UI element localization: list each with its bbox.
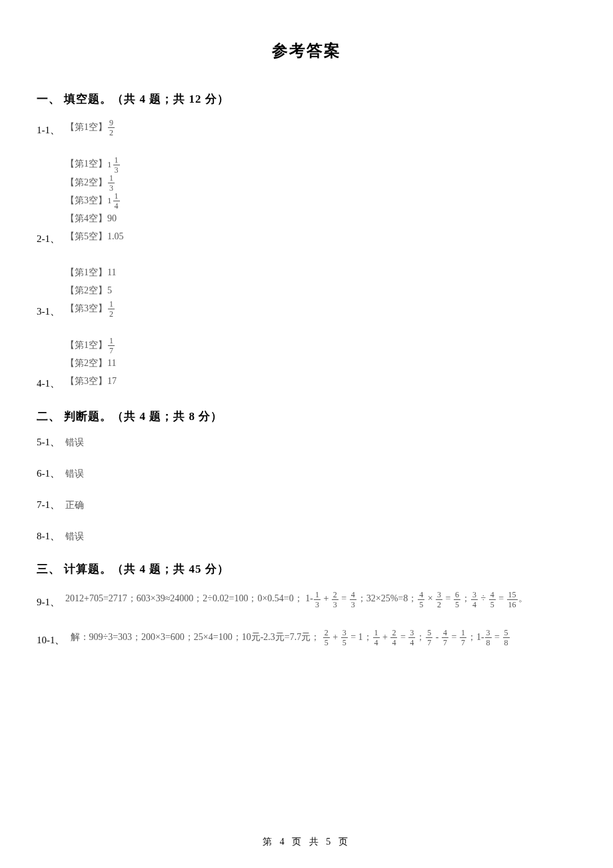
page-body: 参考答案 一、 填空题。（共 4 题；共 12 分） 1-1、 【第1空】92 … xyxy=(0,0,613,647)
answer-1-1: 1-1、 【第1空】92 xyxy=(37,119,576,137)
blank-label: 【第1空】 xyxy=(65,122,107,132)
answer-number: 4-1、 xyxy=(37,377,60,390)
blank-label: 【第1空】 xyxy=(65,159,107,169)
blank-label: 【第1空】 xyxy=(65,340,107,350)
page-footer: 第 4 页 共 5 页 xyxy=(0,836,613,848)
blank-label: 【第3空】 xyxy=(65,303,107,313)
answer-number: 5-1、 xyxy=(37,436,60,449)
mixed-number: 113 xyxy=(107,156,121,174)
answer-2-1: 2-1、 【第1空】113 【第2空】13 【第3空】114 【第4空】90 【… xyxy=(37,155,576,245)
answer-number: 10-1、 xyxy=(37,634,65,647)
answer-content: 错误 xyxy=(65,468,84,480)
blank-line: 【第4空】90 xyxy=(65,210,124,228)
section-heading-2: 二、 判断题。（共 4 题；共 8 分） xyxy=(37,409,576,424)
section-heading-1: 一、 填空题。（共 4 题；共 12 分） xyxy=(37,91,576,107)
answer-7-1: 7-1、 正确 xyxy=(37,499,576,511)
answer-number: 7-1、 xyxy=(37,499,60,511)
calc-line: 2012+705=2717；603×39≈24000；2÷0.02=100；0×… xyxy=(65,593,303,603)
blank-label: 【第3空】 xyxy=(65,195,107,205)
blank-line: 【第1空】11 xyxy=(65,264,116,282)
answer-number: 1-1、 xyxy=(37,124,60,137)
blank-line: 【第2空】11 xyxy=(65,355,117,373)
answer-5-1: 5-1、 错误 xyxy=(37,436,576,449)
fraction: 92 xyxy=(108,119,115,137)
answer-content: 【第1空】113 【第2空】13 【第3空】114 【第4空】90 【第5空】1… xyxy=(65,155,124,245)
answer-number: 2-1、 xyxy=(37,233,60,245)
answer-4-1: 4-1、 【第1空】17 【第2空】11 【第3空】17 xyxy=(37,337,576,390)
answer-8-1: 8-1、 错误 xyxy=(37,530,576,543)
section-heading-3: 三、 计算题。（共 4 题；共 45 分） xyxy=(37,561,576,577)
answer-content: 正确 xyxy=(65,499,84,511)
calc-line: 1-13 + 23 = 43；32×25%=8；45 × 32 = 65；34 … xyxy=(305,593,527,603)
answer-10-1: 10-1、 解：909÷3=303；200×3=600；25×4=100；10元… xyxy=(37,627,576,647)
calc-line: 25 + 35 = 1；14 + 24 = 34；57 - 47 = 17；1-… xyxy=(322,632,510,642)
answer-content: 2012+705=2717；603×39≈24000；2÷0.02=100；0×… xyxy=(65,589,528,608)
answer-9-1: 9-1、 2012+705=2717；603×39≈24000；2÷0.02=1… xyxy=(37,589,576,608)
answer-number: 3-1、 xyxy=(37,305,60,318)
answer-6-1: 6-1、 错误 xyxy=(37,467,576,480)
fraction: 12 xyxy=(108,300,115,318)
mixed-number: 114 xyxy=(107,192,121,210)
answer-content: 错误 xyxy=(65,437,84,449)
answer-content: 解：909÷3=303；200×3=600；25×4=100；10元-2.3元=… xyxy=(71,627,510,647)
answer-number: 9-1、 xyxy=(37,596,60,609)
answer-number: 6-1、 xyxy=(37,467,60,480)
answer-content: 【第1空】11 【第2空】5 【第3空】12 xyxy=(65,264,116,317)
answer-content: 错误 xyxy=(65,531,84,543)
blank-line: 【第2空】5 xyxy=(65,282,116,300)
blank-line: 【第3空】17 xyxy=(65,373,117,391)
answer-3-1: 3-1、 【第1空】11 【第2空】5 【第3空】12 xyxy=(37,264,576,317)
answer-content: 【第1空】17 【第2空】11 【第3空】17 xyxy=(65,337,117,390)
page-title: 参考答案 xyxy=(37,40,576,61)
blank-label: 【第2空】 xyxy=(65,177,107,187)
fraction: 13 xyxy=(108,174,115,192)
fraction: 17 xyxy=(108,337,115,355)
answer-number: 8-1、 xyxy=(37,530,60,543)
calc-line: 解：909÷3=303；200×3=600；25×4=100；10元-2.3元=… xyxy=(71,632,320,642)
answer-content: 【第1空】92 xyxy=(65,119,115,137)
blank-line: 【第5空】1.05 xyxy=(65,228,124,246)
